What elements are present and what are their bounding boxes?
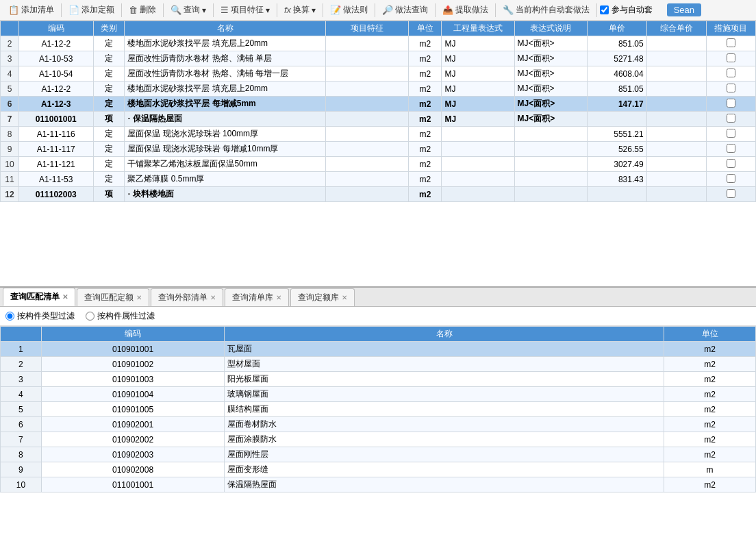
- delete-button[interactable]: 🗑 删除: [125, 3, 160, 17]
- cell-name: 屋面改性沥青防水卷材 热熔、满铺 单层: [125, 51, 326, 66]
- table-row[interactable]: 4 A1-10-54 定 屋面改性沥青防水卷材 热熔、满铺 每增一层 m2 MJ…: [1, 66, 756, 82]
- expand-icon[interactable]: -: [127, 189, 130, 199]
- table-row[interactable]: 8 A1-11-116 定 屋面保温 现浇水泥珍珠岩 100mm厚 m2 555…: [1, 127, 756, 142]
- table-row[interactable]: 2 A1-12-2 定 楼地面水泥砂浆找平层 填充层上20mm m2 MJ MJ…: [1, 36, 756, 51]
- list-item[interactable]: 4 010901004 玻璃钢屋面 m2: [1, 387, 756, 402]
- list-item[interactable]: 1 010901001 瓦屋面 m2: [1, 342, 756, 357]
- list-item[interactable]: 9 010902008 屋面变形缝 m: [1, 462, 756, 477]
- filter-option1-radio[interactable]: [5, 312, 14, 321]
- col-header-name: 名称: [125, 21, 326, 36]
- measure-checkbox[interactable]: [727, 53, 735, 62]
- cell-measure[interactable]: [706, 142, 755, 157]
- filter-option2-label[interactable]: 按构件属性过滤: [86, 310, 155, 322]
- measure-checkbox[interactable]: [727, 189, 735, 198]
- cell-measure[interactable]: [706, 36, 755, 51]
- cell-measure[interactable]: [706, 157, 755, 172]
- measure-checkbox[interactable]: [727, 84, 735, 92]
- make-method-button[interactable]: 📝 做法则: [326, 3, 372, 17]
- measure-checkbox[interactable]: [727, 159, 735, 168]
- cell-code: A1-10-54: [18, 66, 93, 82]
- tab-query-list-db[interactable]: 查询清单库 ✕: [225, 288, 289, 306]
- cell-price: 3027.49: [587, 157, 646, 172]
- list-item[interactable]: 3 010901003 阳光板屋面 m2: [1, 372, 756, 387]
- cell-code: A1-12-2: [18, 36, 93, 51]
- filter-option2-radio[interactable]: [86, 312, 94, 321]
- cell-measure[interactable]: [706, 112, 755, 127]
- calc-button[interactable]: fx 换算 ▾: [280, 3, 320, 17]
- cell-measure[interactable]: [706, 187, 755, 202]
- bcell-unit: m: [664, 462, 756, 477]
- tab-query-list-db-close[interactable]: ✕: [276, 294, 281, 301]
- tab-query-quota-db[interactable]: 查询定额库 ✕: [290, 288, 355, 306]
- expand-icon[interactable]: -: [127, 114, 130, 123]
- cell-feature: [326, 51, 409, 66]
- table-row[interactable]: 3 A1-10-53 定 屋面改性沥青防水卷材 热熔、满铺 单层 m2 MJ M…: [1, 51, 756, 66]
- add-list-button[interactable]: 📋 添加清单: [4, 3, 58, 17]
- bcell-name: 型材屋面: [225, 357, 664, 372]
- cell-expr: MJ: [442, 112, 514, 127]
- tab-query-match-list-close[interactable]: ✕: [62, 293, 68, 301]
- measure-checkbox[interactable]: [727, 129, 735, 138]
- measure-checkbox[interactable]: [727, 114, 735, 123]
- filter-option1-label[interactable]: 按构件类型过滤: [5, 310, 75, 322]
- cell-expl: MJ<面积>: [514, 82, 587, 97]
- measure-checkbox[interactable]: [727, 38, 735, 47]
- extract-method-button[interactable]: 📤 提取做法: [438, 3, 492, 17]
- table-row[interactable]: 10 A1-11-121 定 干铺聚苯乙烯泡沫板屋面保温50mm m2 3027…: [1, 157, 756, 172]
- table-row[interactable]: 5 A1-12-2 定 楼地面水泥砂浆找平层 填充层上20mm m2 MJ MJ…: [1, 82, 756, 97]
- auto-checkbox-label[interactable]: 参与自动套: [600, 4, 653, 16]
- cell-measure[interactable]: [706, 127, 755, 142]
- cell-unit: m2: [409, 36, 442, 51]
- bcell-code: 010902001: [41, 417, 224, 432]
- row-num: 8: [1, 127, 19, 142]
- cell-type: 定: [93, 157, 125, 172]
- bcell-name: 屋面变形缝: [225, 462, 664, 477]
- list-item[interactable]: 7 010902002 屋面涂膜防水 m2: [1, 432, 756, 447]
- query-method-icon: 🔎: [382, 5, 393, 15]
- row-num: 10: [1, 157, 19, 172]
- bcell-num: 6: [1, 417, 42, 432]
- measure-checkbox[interactable]: [727, 174, 735, 183]
- query-method-button[interactable]: 🔎 做法查询: [378, 3, 432, 17]
- table-row[interactable]: 7 011001001 项 - 保温隔热屋面 m2 MJ MJ<面积>: [1, 112, 756, 127]
- cell-measure[interactable]: [706, 172, 755, 187]
- table-row[interactable]: 9 A1-11-117 定 屋面保温 现浇水泥珍珠岩 每增减10mm厚 m2 5…: [1, 142, 756, 157]
- bcell-unit: m2: [664, 357, 756, 372]
- cell-measure[interactable]: [706, 66, 755, 82]
- list-item[interactable]: 2 010901002 型材屋面 m2: [1, 357, 756, 372]
- cell-composite: [646, 82, 706, 97]
- measure-checkbox[interactable]: [727, 99, 735, 108]
- item-feature-button[interactable]: ☰ 项目特征 ▾: [216, 3, 274, 17]
- add-quota-button[interactable]: 📄 添加定额: [64, 3, 118, 17]
- cell-unit: m2: [409, 187, 442, 202]
- tab-query-match-quota[interactable]: 查询匹配定额 ✕: [77, 288, 149, 306]
- cell-measure[interactable]: [706, 97, 755, 112]
- cell-name: 楼地面水泥砂浆找平层 填充层上20mm: [125, 82, 326, 97]
- list-item[interactable]: 5 010901005 膜结构屋面 m2: [1, 402, 756, 417]
- bcell-name: 屋面涂膜防水: [225, 432, 664, 447]
- list-item[interactable]: 10 011001001 保温隔热屋面 m2: [1, 477, 756, 492]
- tab-query-quota-db-close[interactable]: ✕: [342, 294, 347, 301]
- cell-measure[interactable]: [706, 51, 755, 66]
- tab-query-match-quota-close[interactable]: ✕: [136, 294, 142, 301]
- list-item[interactable]: 8 010902003 屋面刚性层 m2: [1, 447, 756, 462]
- measure-checkbox[interactable]: [727, 144, 735, 153]
- measure-checkbox[interactable]: [727, 68, 735, 77]
- auto-checkbox[interactable]: [600, 5, 609, 14]
- table-row[interactable]: 12 011102003 项 - 块料楼地面 m2: [1, 187, 756, 202]
- cell-composite: [646, 127, 706, 142]
- list-item[interactable]: 6 010902001 屋面卷材防水 m2: [1, 417, 756, 432]
- tab-query-match-list[interactable]: 查询匹配清单 ✕: [3, 288, 75, 306]
- query-label: 查询: [184, 4, 200, 16]
- auto-method-button[interactable]: 🔧 当前构件自动套做法: [499, 3, 594, 17]
- cell-unit: m2: [409, 97, 442, 112]
- bcell-num: 1: [1, 342, 42, 357]
- cell-measure[interactable]: [706, 82, 755, 97]
- table-row[interactable]: 6 A1-12-3 定 楼地面水泥砂浆找平层 每增减5mm m2 MJ MJ<面…: [1, 97, 756, 112]
- bcell-name: 屋面卷材防水: [225, 417, 664, 432]
- tab-query-external-list-close[interactable]: ✕: [210, 294, 216, 301]
- query-button[interactable]: 🔍 查询 ▾: [166, 3, 210, 17]
- calc-dropdown-icon: ▾: [312, 5, 316, 15]
- tab-query-external-list[interactable]: 查询外部清单 ✕: [151, 288, 223, 306]
- table-row[interactable]: 11 A1-11-53 定 聚乙烯薄膜 0.5mm厚 m2 831.43: [1, 172, 756, 187]
